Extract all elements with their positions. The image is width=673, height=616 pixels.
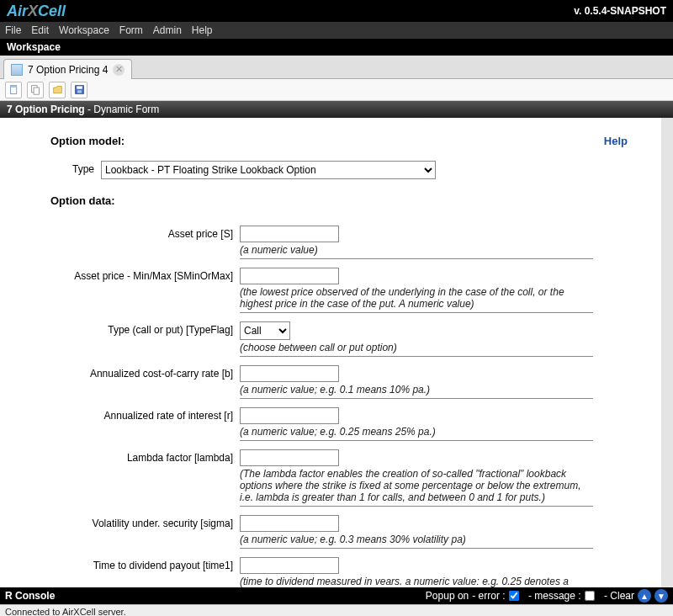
new-button[interactable]	[5, 82, 22, 98]
logo-x: X	[28, 3, 38, 19]
menu-form[interactable]: Form	[119, 24, 143, 36]
typeflag-select[interactable]: Call	[240, 321, 290, 340]
carry-b-label: Annualized cost-of-carry rate [b]	[50, 365, 240, 380]
app-logo: AirXCell	[7, 3, 66, 20]
status-bar: Connected to AirXCell server.	[0, 604, 673, 616]
tab-strip: 7 Option Pricing 4 ✕	[0, 56, 673, 79]
document-icon	[11, 64, 23, 76]
scrollbar-thumb[interactable]	[662, 128, 672, 279]
time1-hint: (time to dividend measured in vears. a n…	[240, 576, 593, 587]
rate-r-label: Annualized rate of interest [r]	[50, 407, 240, 422]
menu-edit[interactable]: Edit	[31, 24, 49, 36]
copy-button[interactable]	[27, 82, 44, 98]
lambda-hint: (The lambda factor enables the creation …	[240, 468, 593, 507]
asset-minmax-hint: (the lowest price observed of the underl…	[240, 286, 593, 313]
asset-minmax-label: Asset price - Min/Max [SMinOrMax]	[50, 268, 240, 282]
sigma-hint: (a numeric value; e.g. 0.3 means 30% vol…	[240, 534, 593, 549]
lambda-label: Lambda factor [lambda]	[50, 449, 240, 464]
menu-workspace[interactable]: Workspace	[59, 24, 109, 36]
scrollbar-track[interactable]	[661, 118, 673, 587]
scroll-up-icon[interactable]: ▲	[661, 118, 673, 130]
menu-help[interactable]: Help	[192, 24, 213, 36]
clear-label[interactable]: - Clear	[604, 590, 634, 602]
rate-r-input[interactable]	[240, 407, 339, 424]
svg-rect-5	[77, 86, 82, 88]
type-label: Type	[50, 161, 101, 175]
r-console-bar: R Console Popup on - error : - message :…	[0, 587, 673, 604]
close-icon[interactable]: ✕	[113, 64, 125, 76]
section-title-rest: - Dynamic Form	[85, 104, 160, 115]
help-link[interactable]: Help	[604, 135, 628, 147]
sigma-input[interactable]	[240, 515, 339, 532]
menu-file[interactable]: File	[5, 24, 21, 36]
toolbar	[0, 79, 673, 101]
section-title-bold: 7 Option Pricing	[7, 104, 85, 115]
error-label: - error :	[472, 590, 505, 602]
arrow-down-icon[interactable]: ▼	[654, 589, 668, 603]
logo-cell: Cell	[38, 3, 66, 19]
message-label: - message :	[528, 590, 581, 602]
svg-rect-1	[10, 86, 16, 88]
time1-input[interactable]	[240, 557, 339, 574]
menu-bar: File Edit Workspace Form Admin Help	[0, 22, 673, 39]
option-data-heading: Option data:	[50, 194, 628, 207]
typeflag-hint: (choose between call or put option)	[240, 342, 593, 357]
section-title: 7 Option Pricing - Dynamic Form	[0, 101, 673, 118]
type-select[interactable]: Lookback - PT Floating Strike Lookback O…	[101, 161, 436, 179]
carry-b-input[interactable]	[240, 365, 339, 382]
rate-r-hint: (a numeric value; e.g. 0.25 means 25% pa…	[240, 426, 593, 441]
time1-label: Time to dividend payout [time1]	[50, 557, 240, 571]
sigma-label: Volatility under. security [sigma]	[50, 515, 240, 529]
workspace-title: Workspace	[0, 39, 673, 56]
popup-on-label: Popup on	[426, 590, 469, 602]
message-checkbox[interactable]	[585, 591, 595, 601]
scroll-down-icon[interactable]: ▼	[661, 576, 673, 587]
error-checkbox[interactable]	[509, 591, 519, 601]
asset-minmax-input[interactable]	[240, 268, 339, 284]
asset-price-hint: (a numeric value)	[240, 244, 593, 259]
asset-price-input[interactable]	[240, 226, 339, 242]
asset-price-label: Asset price [S]	[50, 226, 240, 240]
r-console-label: R Console	[5, 590, 55, 602]
svg-rect-3	[34, 88, 40, 94]
brand-bar: AirXCell v. 0.5.4-SNAPSHOT	[0, 0, 673, 22]
version-label: v. 0.5.4-SNAPSHOT	[574, 5, 666, 17]
option-model-heading: Option model:	[50, 135, 125, 147]
tab-label: 7 Option Pricing 4	[28, 64, 108, 76]
typeflag-label: Type (call or put) [TypeFlag]	[50, 321, 240, 336]
open-button[interactable]	[49, 82, 66, 98]
lambda-input[interactable]	[240, 449, 339, 466]
svg-rect-6	[77, 90, 82, 93]
arrow-up-icon[interactable]: ▲	[638, 589, 651, 603]
carry-b-hint: (a numeric value; e.g. 0.1 means 10% pa.…	[240, 384, 593, 399]
logo-air: Air	[7, 3, 28, 19]
menu-admin[interactable]: Admin	[153, 24, 182, 36]
form-area: ▲ ▼ Option model: Help Type Lookback - P…	[0, 118, 673, 587]
save-button[interactable]	[71, 82, 87, 98]
tab-option-pricing-4[interactable]: 7 Option Pricing 4 ✕	[3, 59, 132, 79]
